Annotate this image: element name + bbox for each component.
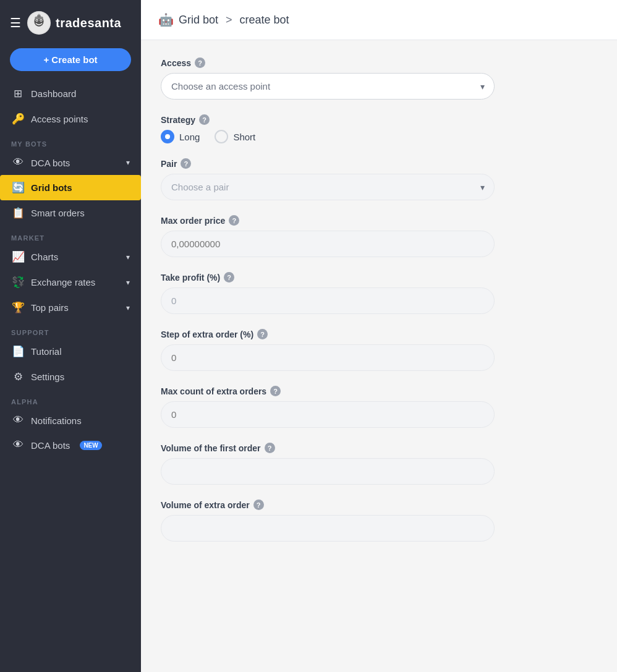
breadcrumb-bar: 🤖 Grid bot > create bot (141, 0, 617, 40)
create-bot-form: Access ? Choose an access point ▾ Strate… (141, 40, 617, 574)
dca-new-icon: 👁 (11, 439, 25, 451)
max-order-price-group: Max order price ? (161, 215, 597, 257)
trophy-icon: 🏆 (11, 301, 25, 314)
breadcrumb-separator: > (226, 14, 232, 27)
volume-first-order-group: Volume of the first order ? (161, 443, 597, 485)
max-count-help-icon[interactable]: ? (270, 386, 281, 396)
strategy-short-option[interactable]: Short (215, 130, 255, 143)
robot-icon: 🤖 (158, 12, 174, 27)
logo-area: tradesanta (27, 11, 121, 35)
key-icon: 🔑 (11, 113, 25, 125)
logo-avatar (27, 11, 51, 35)
step-extra-order-group: Step of extra order (%) ? (161, 329, 597, 371)
volume-extra-order-help-icon[interactable]: ? (253, 500, 264, 510)
sidebar-item-settings[interactable]: ⚙ Settings (0, 364, 141, 389)
chevron-down-icon: ▾ (126, 278, 130, 287)
sidebar-item-label: Dashboard (31, 88, 76, 99)
dashboard-icon: ⊞ (11, 87, 25, 100)
chart-icon: 📈 (11, 250, 25, 263)
volume-extra-order-input[interactable] (161, 515, 495, 542)
pair-select[interactable]: Choose a pair (161, 174, 495, 200)
create-bot-button[interactable]: + Create bot (10, 48, 131, 71)
step-extra-order-help-icon[interactable]: ? (257, 329, 268, 339)
max-count-extra-orders-group: Max count of extra orders ? (161, 386, 597, 428)
step-extra-order-input[interactable] (161, 344, 495, 371)
chevron-down-icon: ▾ (126, 158, 130, 167)
volume-extra-order-label: Volume of extra order ? (161, 500, 597, 510)
access-label: Access ? (161, 57, 597, 68)
sidebar-item-dashboard[interactable]: ⊞ Dashboard (0, 81, 141, 106)
max-order-price-help-icon[interactable]: ? (229, 215, 239, 226)
sidebar-item-access-points[interactable]: 🔑 Access points (0, 106, 141, 132)
access-group: Access ? Choose an access point ▾ (161, 57, 597, 100)
sidebar-item-notifications[interactable]: 👁 Notifications (0, 408, 141, 433)
access-help-icon[interactable]: ? (195, 57, 205, 68)
sidebar-item-label: DCA bots (31, 440, 70, 451)
max-count-extra-orders-label: Max count of extra orders ? (161, 386, 597, 396)
pair-help-icon[interactable]: ? (181, 158, 191, 169)
sidebar-item-top-pairs[interactable]: 🏆 Top pairs ▾ (0, 295, 141, 320)
strategy-options: Long Short (161, 130, 597, 143)
strategy-label: Strategy ? (161, 114, 597, 125)
sidebar-item-smart-orders[interactable]: 📋 Smart orders (0, 200, 141, 226)
volume-first-order-input[interactable] (161, 458, 495, 485)
short-radio[interactable] (215, 130, 228, 143)
new-badge: NEW (80, 441, 101, 450)
sidebar-item-label: Tutorial (31, 346, 61, 357)
chevron-down-icon: ▾ (126, 253, 130, 262)
chevron-down-icon: ▾ (126, 304, 130, 312)
max-order-price-label: Max order price ? (161, 215, 597, 226)
volume-first-order-label: Volume of the first order ? (161, 443, 597, 453)
hamburger-icon[interactable]: ☰ (10, 15, 21, 30)
strategy-long-option[interactable]: Long (161, 130, 200, 143)
max-order-price-input[interactable] (161, 231, 495, 257)
sidebar-item-dca-bots-new[interactable]: 👁 DCA bots NEW (0, 433, 141, 457)
gear-icon: ⚙ (11, 370, 25, 383)
max-count-extra-orders-input[interactable] (161, 401, 495, 428)
access-point-select-wrapper: Choose an access point ▾ (161, 73, 495, 100)
notification-icon: 👁 (11, 414, 25, 427)
volume-first-order-help-icon[interactable]: ? (265, 443, 275, 453)
svg-point-8 (38, 14, 40, 15)
breadcrumb-part2: create bot (240, 14, 289, 27)
step-extra-order-label: Step of extra order (%) ? (161, 329, 597, 339)
tutorial-icon: 📄 (11, 345, 25, 358)
sidebar-item-label: Access points (31, 114, 88, 124)
pair-select-wrapper: Choose a pair ▾ (161, 174, 495, 200)
take-profit-input[interactable] (161, 287, 495, 314)
sidebar-item-grid-bots[interactable]: 🔄 Grid bots (0, 175, 141, 200)
pair-label: Pair ? (161, 158, 597, 169)
grid-icon: 🔄 (11, 181, 25, 194)
take-profit-label: Take profit (%) ? (161, 272, 597, 283)
sidebar-item-label: DCA bots (31, 158, 70, 168)
sidebar-header: ☰ tradesanta (0, 0, 141, 46)
sidebar-item-exchange-rates[interactable]: 💱 Exchange rates ▾ (0, 270, 141, 295)
section-label-market: MARKET (0, 226, 141, 244)
sidebar-item-tutorial[interactable]: 📄 Tutorial (0, 339, 141, 364)
sidebar-item-charts[interactable]: 📈 Charts ▾ (0, 244, 141, 270)
volume-extra-order-group: Volume of extra order ? (161, 500, 597, 542)
access-point-select[interactable]: Choose an access point (161, 73, 495, 100)
sidebar-item-label: Grid bots (31, 182, 72, 193)
strategy-group: Strategy ? Long Short (161, 114, 597, 143)
strategy-help-icon[interactable]: ? (199, 114, 210, 125)
svg-point-4 (36, 20, 38, 21)
pair-group: Pair ? Choose a pair ▾ (161, 158, 597, 200)
sidebar-item-label: Smart orders (31, 208, 85, 218)
logo-svg (28, 12, 49, 33)
sidebar-item-label: Charts (31, 252, 58, 262)
take-profit-help-icon[interactable]: ? (224, 272, 234, 283)
sidebar-item-dca-bots[interactable]: 👁 DCA bots ▾ (0, 150, 141, 175)
orders-icon: 📋 (11, 206, 25, 219)
sidebar-item-label: Notifications (31, 415, 82, 426)
sidebar-item-label: Exchange rates (31, 277, 95, 287)
section-label-my-bots: MY BOTS (0, 132, 141, 150)
sidebar-item-label: Settings (31, 372, 64, 382)
logo-text: tradesanta (56, 16, 121, 30)
section-label-alpha: ALPHA (0, 389, 141, 408)
sidebar-item-label: Top pairs (31, 302, 69, 313)
main-content: 🤖 Grid bot > create bot Access ? Choose … (141, 0, 617, 672)
eye-icon: 👁 (11, 156, 25, 169)
sidebar: ☰ tradesanta + Create bot (0, 0, 141, 672)
long-radio[interactable] (161, 130, 174, 143)
